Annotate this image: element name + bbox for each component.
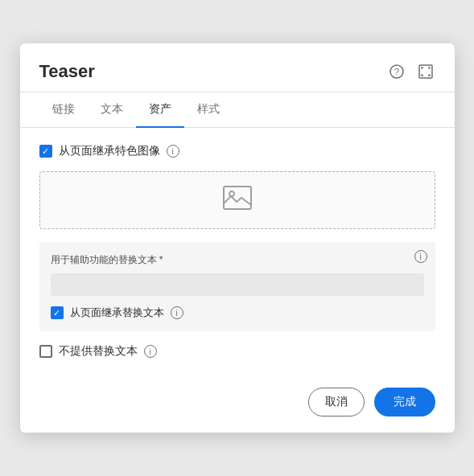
tab-bar: 链接 文本 资产 样式 (20, 92, 455, 128)
alt-text-input[interactable] (51, 273, 424, 296)
inherit-image-checkbox[interactable]: ✓ (39, 145, 52, 158)
no-alt-row: 不提供替换文本 i (39, 344, 435, 359)
alt-text-info-icon[interactable]: i (414, 250, 427, 263)
no-alt-checkbox[interactable] (39, 345, 52, 358)
inherit-alt-row: ✓ 从页面继承替换文本 i (51, 306, 424, 320)
no-alt-label: 不提供替换文本 (59, 344, 138, 359)
dialog-title: Teaser (39, 61, 95, 82)
inherit-image-info-icon[interactable]: i (167, 145, 179, 158)
svg-text:?: ? (394, 67, 398, 76)
dialog-footer: 取消 完成 (20, 375, 455, 433)
teaser-dialog: Teaser ? 链接 文本 资产 样式 (20, 43, 455, 433)
no-alt-info-icon[interactable]: i (144, 345, 157, 358)
expand-icon[interactable] (416, 62, 435, 81)
done-button[interactable]: 完成 (374, 388, 435, 416)
inherit-alt-checkbox[interactable]: ✓ (51, 306, 64, 319)
inherit-alt-info-icon[interactable]: i (171, 306, 183, 319)
header-icons: ? (387, 62, 435, 81)
tab-assets[interactable]: 资产 (136, 92, 184, 128)
checkmark-icon-2: ✓ (53, 309, 60, 318)
help-icon[interactable]: ? (387, 62, 406, 81)
image-placeholder-icon (223, 186, 252, 215)
tab-style[interactable]: 样式 (184, 92, 233, 128)
inherit-image-label: 从页面继承特色图像 (59, 144, 160, 158)
tab-link[interactable]: 链接 (39, 92, 88, 128)
alt-text-label: 用于辅助功能的替换文本 * (51, 253, 424, 267)
inherit-alt-label: 从页面继承替换文本 (70, 306, 164, 320)
image-upload-area[interactable] (39, 171, 435, 229)
svg-rect-3 (224, 187, 251, 209)
alt-text-section: i 用于辅助功能的替换文本 * ✓ 从页面继承替换文本 i (39, 242, 435, 331)
inherit-image-row: ✓ 从页面继承特色图像 i (39, 144, 435, 158)
svg-point-4 (229, 191, 234, 196)
cancel-button[interactable]: 取消 (308, 388, 365, 416)
dialog-header: Teaser ? (20, 43, 455, 92)
tab-text[interactable]: 文本 (88, 92, 136, 128)
dialog-body: ✓ 从页面继承特色图像 i i 用于辅助功能的替换文本 * (20, 128, 455, 375)
checkmark-icon: ✓ (42, 147, 49, 156)
